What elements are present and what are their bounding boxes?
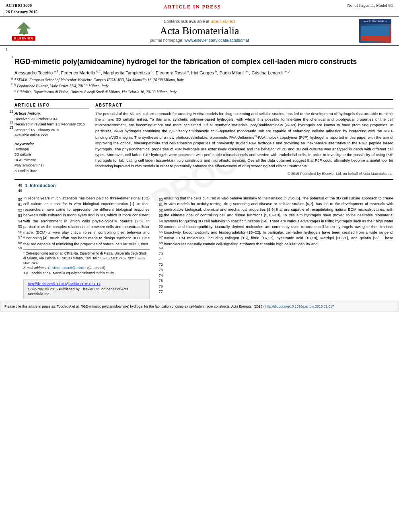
article-in-press-badge: ARTICLE IN PRESS bbox=[164, 4, 221, 10]
elsevier-label: ELSEVIER bbox=[12, 36, 35, 41]
abstract-section: ARTICLE INFO Article history: Received 2… bbox=[14, 100, 393, 179]
available-date: Available online xxxx bbox=[14, 133, 89, 138]
citation-notice: Please cite this article in press as: To… bbox=[0, 302, 399, 312]
doi-link[interactable]: http://dx.doi.org/10.1016/j.actbio.2015.… bbox=[28, 282, 101, 286]
article-info-title: ARTICLE INFO bbox=[14, 103, 89, 109]
journal-logo-right: Acta BIOMATERIALIA bbox=[359, 19, 391, 43]
journal-code: ACTBIO 3600 26 February 2015 bbox=[6, 2, 37, 15]
affiliations: a SEMM, European School of Molecular Med… bbox=[14, 77, 393, 95]
science-direct-link[interactable]: ScienceDirect bbox=[210, 19, 235, 24]
intro-body: 50 51 52 53 54 55 56 57 58 59 In recent … bbox=[14, 195, 393, 299]
abstract-column: ABSTRACT The potential of the 3D cell cu… bbox=[95, 103, 393, 176]
keyword-rgd: RGD mimetic bbox=[14, 158, 89, 163]
accepted-date: Accepted 18 February 2015 bbox=[14, 127, 89, 133]
article-title-section: RGD-mimetic poly(amidoamine) hydrogel fo… bbox=[14, 53, 393, 99]
pages-info: No. of Pages 11, Model 5G bbox=[347, 2, 393, 9]
keywords-label: Keywords: bbox=[14, 142, 89, 146]
abstract-title: ABSTRACT bbox=[95, 103, 393, 109]
received-date: Received 20 October 2014 bbox=[14, 117, 89, 122]
email-line: E-mail address: Cristina.Lenardi@unimi.i… bbox=[23, 266, 150, 271]
journal-homepage-link[interactable]: www.elsevier.com/locate/actabiomat bbox=[185, 38, 249, 43]
journal-title: Acta Biomaterialia bbox=[160, 25, 239, 37]
citation-doi-link[interactable]: http://dx.doi.org/10.1016/j.actbio.2015.… bbox=[265, 304, 334, 308]
keyword-hydrogel: Hydrogel bbox=[14, 147, 89, 152]
keywords-list: Hydrogel 3D culture RGD mimetic Poly(ami… bbox=[14, 147, 89, 174]
copyright-line: © 2015 Published by Elsevier Ltd. on beh… bbox=[95, 172, 393, 176]
svg-rect-2 bbox=[23, 33, 25, 35]
revised-date: Received in revised form 1.5 February 20… bbox=[14, 122, 89, 127]
article-title: RGD-mimetic poly(amidoamine) hydrogel fo… bbox=[14, 57, 393, 66]
abstract-text: The potential of the 3D cell culture app… bbox=[95, 111, 393, 169]
doi-footer: http://dx.doi.org/10.1016/j.actbio.2015.… bbox=[23, 279, 150, 299]
journal-homepage: journal homepage: www.elsevier.com/locat… bbox=[150, 38, 249, 43]
journal-center-header: Contents lists available at ScienceDirec… bbox=[46, 19, 353, 43]
keyword-3d-cell: 3D cell culture bbox=[14, 168, 89, 174]
equal-contrib: 1 A. Tocchio and F. Martello equally con… bbox=[23, 271, 150, 276]
corresponding-author: * Corresponding author at: CIMaINa, Dipa… bbox=[23, 251, 150, 266]
keyword-3d-culture: 3D culture bbox=[14, 152, 89, 158]
article-history-label: Article history: bbox=[14, 111, 89, 115]
contents-list-text: Contents lists available at bbox=[164, 19, 209, 24]
issn-line: 1742-7061/© 2015 Published by Elsevier L… bbox=[28, 287, 145, 297]
footnotes-area: * Corresponding author at: CIMaINa, Dipa… bbox=[23, 249, 150, 276]
article-info-column: ARTICLE INFO Article history: Received 2… bbox=[14, 103, 89, 176]
intro-col-left: In recent years much attention has been … bbox=[23, 195, 150, 299]
authors: Alessandro Tocchio a,1, Federico Martell… bbox=[14, 70, 393, 75]
page-number: 1 bbox=[0, 46, 399, 53]
intro-col-right: ensuring that the cells cultured in vitr… bbox=[164, 195, 393, 299]
intro-section-header: 48 49 1. Introduction bbox=[14, 183, 393, 195]
email-link[interactable]: Cristina.Lenardi@unimi.it bbox=[48, 266, 86, 270]
keyword-paa: Poly(amidoamine) bbox=[14, 163, 89, 168]
line-numbers-col: 1 5 6 11 12 13 bbox=[6, 53, 14, 300]
journal-header: ELSEVIER Contents lists available at Sci… bbox=[0, 16, 399, 46]
intro-title: 1. Introduction bbox=[25, 183, 56, 188]
journal-tree-logo bbox=[13, 21, 35, 35]
